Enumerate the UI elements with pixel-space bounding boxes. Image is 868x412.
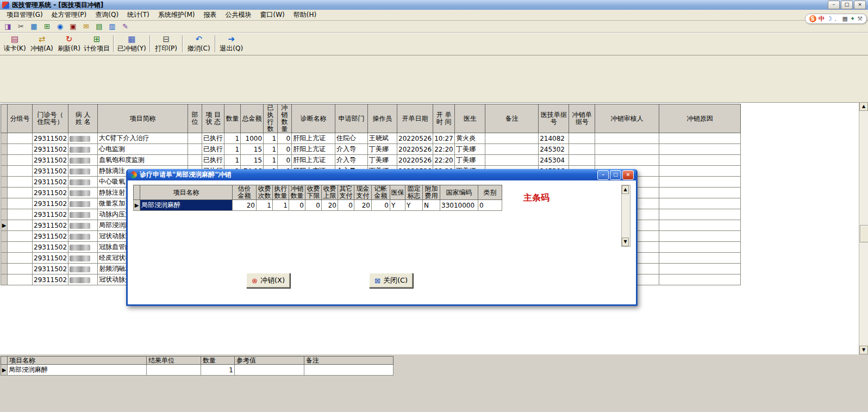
cell[interactable] — [8, 274, 33, 285]
column-header[interactable]: 结果单位 — [147, 357, 201, 365]
cell[interactable]: 1 — [201, 365, 235, 376]
cell[interactable]: 已执行 — [202, 133, 224, 144]
cell[interactable]: 0 — [278, 155, 292, 166]
user-icon[interactable]: ✦ — [850, 15, 855, 23]
cell[interactable]: 20220526 — [397, 144, 433, 155]
cell[interactable] — [659, 264, 741, 274]
column-header[interactable]: 医保 — [390, 185, 405, 200]
cell[interactable] — [659, 274, 741, 285]
cell[interactable] — [235, 365, 304, 376]
cell[interactable]: 0 — [278, 133, 292, 144]
column-header[interactable]: 项目简称 — [98, 104, 188, 133]
cell[interactable] — [659, 155, 741, 166]
cell[interactable]: 王晓斌 — [368, 133, 397, 144]
voided-list-button[interactable]: ▦已冲销(Y) — [116, 33, 147, 55]
print-button[interactable]: ⊟打印(P) — [153, 33, 180, 55]
cell[interactable] — [659, 188, 741, 198]
cell[interactable] — [68, 209, 98, 220]
cell[interactable] — [68, 166, 98, 177]
column-header[interactable]: 附加 费用 — [423, 185, 440, 200]
cell[interactable]: 29311502 — [33, 177, 68, 188]
cell[interactable]: 0 — [305, 200, 322, 211]
column-header[interactable]: 冲销审核人 — [595, 104, 659, 133]
cell[interactable]: 0 — [289, 200, 305, 211]
cell[interactable] — [659, 133, 741, 144]
selector-header[interactable] — [1, 357, 8, 365]
cell[interactable] — [68, 177, 98, 188]
cell[interactable]: 33010000 — [440, 200, 478, 211]
cell[interactable]: 1 — [264, 155, 278, 166]
cell[interactable] — [659, 177, 741, 188]
cell[interactable]: 29311502 — [33, 155, 68, 166]
cell[interactable] — [595, 155, 659, 166]
cell[interactable]: N — [423, 200, 440, 211]
save-icon[interactable]: ▣ — [68, 22, 78, 31]
column-header[interactable]: 医技单据 号 — [539, 104, 569, 133]
cell[interactable]: 0 — [372, 200, 390, 211]
column-header[interactable]: 国家编码 — [440, 185, 478, 200]
cell[interactable]: 22:20 — [433, 155, 455, 166]
column-header[interactable]: 收费 次数 — [257, 185, 273, 200]
cell[interactable]: 1 — [224, 133, 241, 144]
scrollbar-thumb[interactable] — [860, 225, 868, 242]
calculator-icon[interactable]: ▦ — [29, 22, 39, 31]
cell[interactable] — [659, 166, 741, 177]
column-header[interactable]: 备注 — [304, 357, 394, 365]
dialog-title-bar[interactable]: 诊疗申请单"局部浸润麻醉"冲销 – □ × — [128, 169, 636, 180]
column-header[interactable]: 冲销原因 — [659, 104, 741, 133]
cell[interactable] — [188, 133, 202, 144]
dialog-void-button[interactable]: ⊗冲销(X) — [246, 273, 290, 288]
cell[interactable]: 丁美娜 — [368, 144, 397, 155]
cell[interactable] — [304, 365, 394, 376]
selector-header[interactable] — [134, 185, 140, 200]
cell[interactable]: 丁美娜 — [455, 144, 485, 155]
card-reader-icon[interactable]: ◨ — [3, 22, 13, 31]
scissors-icon[interactable]: ✂ — [16, 22, 26, 31]
cell[interactable] — [659, 198, 741, 209]
cell[interactable]: 20 — [354, 200, 372, 211]
sogou-logo-icon[interactable]: S — [809, 15, 816, 22]
cell[interactable] — [8, 155, 33, 166]
column-header[interactable]: 总金额 — [241, 104, 264, 133]
dialog-maximize-button[interactable]: □ — [610, 170, 621, 180]
menu-item[interactable]: 统计(T) — [123, 9, 154, 21]
cell[interactable]: 介入导 — [335, 155, 368, 166]
cell[interactable]: 局部浸润麻醉 — [8, 365, 147, 376]
cell[interactable] — [68, 253, 98, 264]
image-icon[interactable]: ▤ — [95, 22, 104, 31]
lang-indicator[interactable]: 中 — [819, 15, 825, 23]
column-header[interactable]: 冲销 数量 — [278, 104, 292, 133]
cell[interactable] — [188, 155, 202, 166]
cell[interactable]: 0 — [478, 200, 502, 211]
cell[interactable] — [595, 133, 659, 144]
cell[interactable]: 20 — [322, 200, 338, 211]
table-row[interactable]: 29311502心电监测已执行11510肝阳上亢证介入导丁美娜202205262… — [1, 144, 741, 155]
column-header[interactable]: 部位 — [188, 104, 202, 133]
cell[interactable]: 丁美娜 — [368, 155, 397, 166]
maximize-button[interactable]: □ — [841, 1, 853, 9]
cell[interactable]: 29311502 — [33, 242, 68, 253]
column-header[interactable]: 记帐 金额 — [372, 185, 390, 200]
cell[interactable] — [68, 155, 98, 166]
selector-header[interactable] — [1, 104, 8, 133]
column-header[interactable]: 其它 支付 — [338, 185, 354, 200]
column-header[interactable]: 开 单 时 间 — [433, 104, 455, 133]
cell[interactable]: 1000 — [241, 133, 264, 144]
cell[interactable] — [595, 144, 659, 155]
scroll-down-icon[interactable]: ▼ — [622, 238, 629, 246]
cell[interactable] — [68, 264, 98, 274]
void-item-button[interactable]: ⇄冲销(A) — [28, 33, 55, 55]
cell[interactable]: 22:20 — [433, 144, 455, 155]
cell[interactable] — [659, 231, 741, 242]
refresh-button[interactable]: ↻刷新(R) — [55, 33, 83, 55]
cell[interactable]: 0 — [338, 200, 354, 211]
cell[interactable]: 局部浸润麻醉 — [140, 200, 233, 211]
cell[interactable]: 29311502 — [33, 274, 68, 285]
cell[interactable]: 29311502 — [33, 209, 68, 220]
cell[interactable] — [68, 144, 98, 155]
column-header[interactable]: 估价 金额 — [233, 185, 257, 200]
cell[interactable] — [8, 242, 33, 253]
cell[interactable]: 肝阳上亢证 — [292, 144, 335, 155]
cell[interactable]: 29311502 — [33, 133, 68, 144]
cell[interactable] — [659, 144, 741, 155]
